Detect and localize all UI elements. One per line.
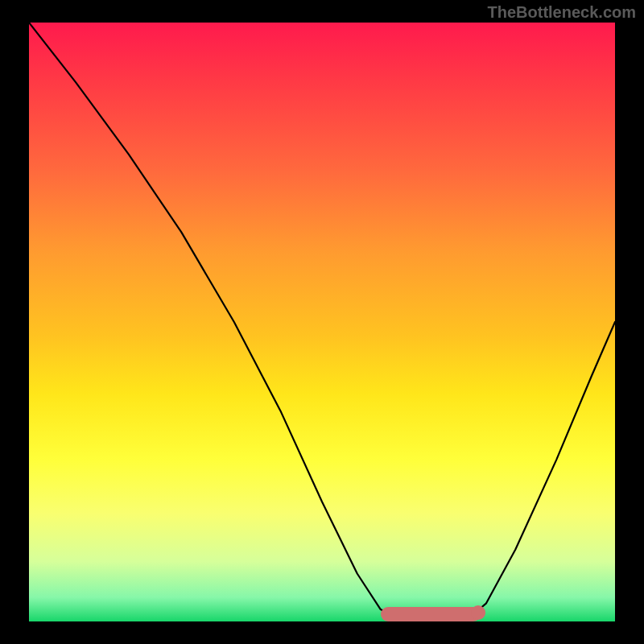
plot-area [29, 23, 615, 621]
optimum-end-dot [471, 605, 485, 620]
optimum-marker [381, 607, 481, 621]
attribution-text: TheBottleneck.com [488, 3, 636, 22]
bottleneck-curve [29, 23, 615, 621]
